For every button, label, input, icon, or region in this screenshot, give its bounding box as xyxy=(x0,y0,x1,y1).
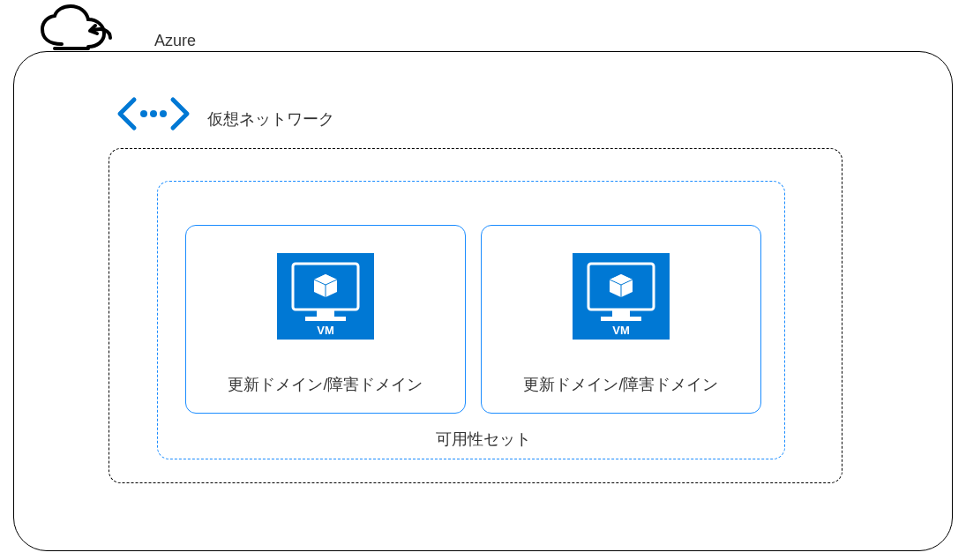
svg-point-2 xyxy=(160,110,167,117)
domain-label: 更新ドメイン/障害ドメイン xyxy=(228,374,423,395)
vm-icon: VM xyxy=(277,253,374,343)
svg-point-1 xyxy=(150,110,157,117)
svg-text:VM: VM xyxy=(317,324,334,337)
svg-text:VM: VM xyxy=(612,324,630,337)
svg-rect-13 xyxy=(612,310,630,317)
domain-box: VM 更新ドメイン/障害ドメイン xyxy=(185,225,466,414)
vnet-label: 仮想ネットワーク xyxy=(207,108,334,130)
svg-rect-14 xyxy=(601,317,641,321)
cloud-icon xyxy=(35,4,128,61)
svg-rect-6 xyxy=(305,317,346,321)
azure-label: Azure xyxy=(154,32,196,50)
svg-rect-5 xyxy=(317,310,334,317)
domain-label: 更新ドメイン/障害ドメイン xyxy=(523,374,718,395)
availability-set-label: 可用性セット xyxy=(431,429,535,450)
domain-box: VM 更新ドメイン/障害ドメイン xyxy=(481,225,761,414)
vm-icon: VM xyxy=(573,253,670,343)
svg-point-0 xyxy=(140,110,147,117)
vnet-icon xyxy=(115,93,192,138)
